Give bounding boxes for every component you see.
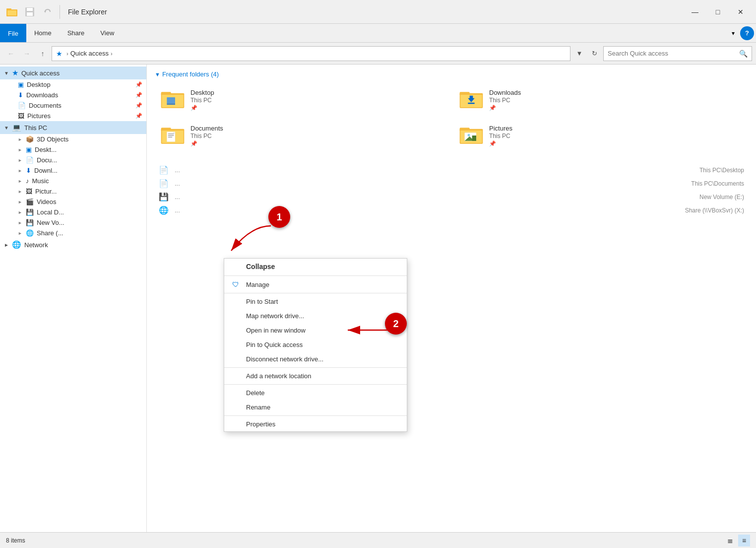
sidebar-item-new-volume[interactable]: ► 💾 New Vo... (0, 217, 146, 228)
ctx-pin-quick-access[interactable]: Pin to Quick access (224, 338, 407, 352)
downloads-pin-icon: 📌 (135, 92, 142, 98)
downloads-folder-icon (457, 88, 485, 112)
list-view-button[interactable]: ≣ (724, 535, 736, 547)
maximize-button[interactable]: □ (706, 4, 729, 20)
svg-rect-26 (460, 128, 470, 131)
ribbon-collapse-button[interactable]: ▾ (726, 26, 740, 40)
folder-item-desktop[interactable]: Desktop This PC 📌 (155, 84, 449, 116)
new-volume-expand-icon: ► (18, 220, 24, 225)
ctx-rename[interactable]: Rename (224, 400, 407, 414)
folder-item-pictures[interactable]: Pictures This PC 📌 (453, 120, 748, 151)
sidebar-item-downloads-pc[interactable]: ► ⬇ Downl... (0, 165, 146, 176)
network-expand-icon: ► (4, 242, 12, 248)
ctx-manage[interactable]: 🛡 Manage (224, 277, 407, 292)
downloads-folder-subtitle: This PC (489, 97, 521, 104)
this-pc-label: This PC (24, 124, 142, 132)
view-controls: ≣ ≡ (724, 535, 750, 547)
pictures-label: Pictures (27, 112, 135, 120)
music-expand-icon: ► (18, 179, 24, 184)
path-end-chevron: › (111, 51, 113, 57)
ctx-pin-to-start-label: Pin to Start (246, 298, 278, 305)
ctx-map-drive-label: Map network drive... (246, 312, 304, 320)
tab-view[interactable]: View (92, 24, 122, 42)
save-icon[interactable] (22, 4, 38, 20)
pictures-folder-subtitle: This PC (489, 133, 512, 139)
search-box[interactable]: 🔍 (603, 46, 752, 61)
title-bar: File Explorer — □ ✕ (0, 0, 756, 24)
sidebar-item-pictures[interactable]: 🖼 Pictures 📌 (0, 111, 146, 121)
undo-icon[interactable] (40, 4, 56, 20)
sidebar-item-desktop-pc[interactable]: ► ▣ Deskt... (0, 144, 146, 155)
sidebar-item-this-pc[interactable]: ▼ 💻 This PC (0, 121, 146, 134)
ribbon: File Home Share View ▾ ? (0, 24, 756, 43)
documents-folder-pin: 📌 (190, 140, 223, 147)
up-button[interactable]: ↑ (36, 47, 50, 61)
svg-rect-10 (167, 97, 175, 104)
details-view-button[interactable]: ≡ (738, 535, 750, 547)
svg-point-30 (468, 134, 470, 137)
forward-button[interactable]: → (20, 47, 34, 61)
sidebar-item-local-disk[interactable]: ► 💾 Local D... (0, 207, 146, 217)
videos-expand-icon: ► (18, 200, 24, 205)
title-bar-icons (4, 4, 62, 20)
pictures-icon: 🖼 (18, 112, 24, 120)
ctx-disconnect[interactable]: Disconnect network drive... (224, 352, 407, 366)
desktop-folder-icon (159, 88, 187, 112)
sidebar-item-videos[interactable]: ► 🎬 Videos (0, 197, 146, 207)
ctx-delete[interactable]: Delete (224, 386, 407, 400)
help-button[interactable]: ? (740, 26, 754, 40)
minimize-button[interactable]: — (684, 4, 706, 20)
tab-home[interactable]: Home (26, 24, 60, 42)
frequent-folders-header[interactable]: ▼ Frequent folders (4) (155, 70, 748, 78)
downloads-folder-pin: 📌 (489, 105, 521, 111)
sidebar-item-3d-objects[interactable]: ► 📦 3D Objects (0, 134, 146, 144)
recent-name-4: ... (175, 206, 685, 214)
pictures-expand-icon: ► (18, 189, 24, 194)
close-button[interactable]: ✕ (729, 4, 752, 20)
sidebar-item-documents-pc[interactable]: ► 📄 Docu... (0, 155, 146, 165)
refresh-button[interactable]: ↻ (587, 47, 601, 61)
folder-icon[interactable] (4, 4, 20, 20)
dropdown-button[interactable]: ▼ (572, 47, 586, 61)
sidebar-item-pictures-pc[interactable]: ► 🖼 Pictur... (0, 186, 146, 197)
quick-access-label: Quick access (21, 69, 142, 77)
sidebar-item-share[interactable]: ► 🌐 Share (... (0, 228, 146, 238)
address-path[interactable]: ★ › Quick access › (52, 46, 570, 61)
sidebar-item-desktop[interactable]: ▣ Desktop 📌 (0, 79, 146, 90)
ctx-sep-4 (224, 384, 407, 385)
tab-share[interactable]: Share (60, 24, 93, 42)
ctx-map-drive[interactable]: Map network drive... (224, 309, 407, 323)
ctx-open-new-window[interactable]: Open in new window (224, 323, 407, 338)
folder-item-documents[interactable]: Documents This PC 📌 (155, 120, 449, 151)
sidebar-item-network[interactable]: ► 🌐 Network (0, 238, 146, 251)
downloads-expand-icon: ► (18, 168, 24, 173)
folder-item-downloads[interactable]: Downloads This PC 📌 (453, 84, 748, 116)
recent-item-3[interactable]: 💾 ... New Volume (E:) (155, 190, 748, 204)
docs-expand-icon: ► (18, 158, 24, 163)
sidebar-item-downloads[interactable]: ⬇ Downloads 📌 (0, 90, 146, 100)
back-button[interactable]: ← (4, 47, 18, 61)
sidebar-item-documents[interactable]: 📄 Documents 📌 (0, 100, 146, 111)
pictures-folder-name: Pictures (489, 125, 512, 132)
ctx-delete-label: Delete (246, 389, 265, 397)
pictures-folder-info: Pictures This PC 📌 (489, 125, 512, 147)
ctx-properties[interactable]: Properties (224, 417, 407, 431)
desktop-pc-label: Deskt... (35, 146, 142, 153)
recent-item-1[interactable]: 📄 ... This PC\Desktop (155, 163, 748, 177)
ctx-pin-quick-access-label: Pin to Quick access (246, 341, 303, 348)
pictures-folder-icon (457, 124, 485, 147)
music-label: Music (32, 177, 143, 185)
ctx-pin-to-start[interactable]: Pin to Start (224, 294, 407, 309)
3d-expand-icon: ► (18, 137, 24, 142)
recent-item-4[interactable]: 🌐 ... Share (\\VBoxSvr) (X:) (155, 204, 748, 217)
main-layout: ▼ ★ Quick access ▣ Desktop 📌 ⬇ Downloads… (0, 65, 756, 532)
recent-item-2[interactable]: 📄 ... This PC\Documents (155, 177, 748, 190)
ctx-collapse[interactable]: Collapse (224, 259, 407, 274)
tab-file[interactable]: File (0, 24, 26, 42)
sidebar-item-music[interactable]: ► ♪ Music (0, 176, 146, 186)
sidebar-item-quick-access[interactable]: ▼ ★ Quick access (0, 67, 146, 79)
recent-name-3: ... (175, 193, 699, 201)
ctx-add-network[interactable]: Add a network location (224, 369, 407, 383)
recent-location-3: New Volume (E:) (699, 194, 744, 201)
search-input[interactable] (608, 50, 739, 57)
